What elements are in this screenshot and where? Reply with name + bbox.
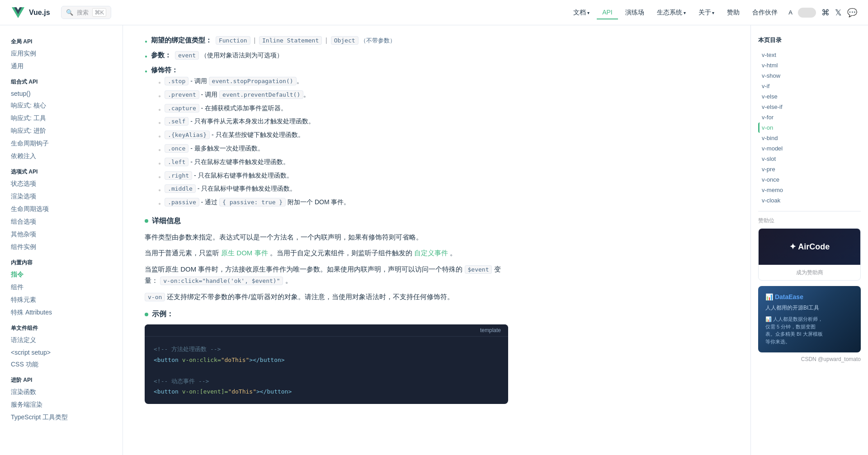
theme-toggle[interactable] <box>798 8 816 18</box>
sidebar-item-render-functions[interactable]: 渲染函数 <box>0 386 123 399</box>
sidebar-item-special-attributes[interactable]: 特殊 Attributes <box>0 306 123 319</box>
v-on-content: ● 期望的绑定值类型： Function | Inline Statement … <box>145 25 508 422</box>
code-line-4: <!-- 动态事件 --> <box>154 376 499 386</box>
sidebar-item-dependency-injection[interactable]: 依赖注入 <box>0 150 123 163</box>
sidebar-item-app-instance[interactable]: 应用实例 <box>0 47 123 60</box>
nav-about[interactable]: 关于 <box>693 6 720 19</box>
toc-item-v-text[interactable]: v-text <box>758 50 861 60</box>
toc-item-v-on[interactable]: v-on <box>758 122 861 133</box>
detail-title: 详细信息 <box>145 216 508 226</box>
modifiers-content: 修饰符： ● .stop - 调用 event.stopPropagation(… <box>151 66 350 209</box>
modifier-stop-desc: - 调用 event.stopPropagation()。 <box>190 77 302 84</box>
params-row: ● 参数： event （使用对象语法则为可选项） <box>145 51 508 60</box>
modifier-self-code: .self <box>165 117 189 126</box>
logo-link[interactable]: Vue.js <box>11 6 50 19</box>
toc-item-v-else-if[interactable]: v-else-if <box>758 102 861 112</box>
toc-item-v-memo[interactable]: v-memo <box>758 185 861 195</box>
nav-sponsor[interactable]: 赞助 <box>722 6 745 19</box>
toc-item-v-bind[interactable]: v-bind <box>758 133 861 143</box>
sidebar-item-misc-options[interactable]: 其他杂项 <box>0 228 123 241</box>
sidebar-section-title-composition: 组合式 API <box>0 73 123 88</box>
detail-p3-code-event: $event <box>465 265 492 274</box>
toc-item-v-else[interactable]: v-else <box>758 91 861 102</box>
toc-item-v-if[interactable]: v-if <box>758 81 861 91</box>
nav-api[interactable]: API <box>597 6 618 19</box>
sidebar-section-title-builtins: 内置内容 <box>0 253 123 268</box>
sidebar-item-components[interactable]: 组件 <box>0 281 123 294</box>
toc-item-v-slot[interactable]: v-slot <box>758 154 861 164</box>
layout: 全局 API 应用实例 通用 组合式 API setup() 响应式: 核心 响… <box>0 0 868 455</box>
modifier-prevent-desc: - 调用 event.preventDefault()。 <box>201 91 310 98</box>
discord-icon[interactable]: 💬 <box>847 8 857 18</box>
modifier-keyalias-desc: - 只在某些按键下触发处理函数。 <box>212 131 304 138</box>
code-line-5: <button v-on:[event]="doThis"></button> <box>154 386 499 397</box>
sidebar-item-setup[interactable]: setup() <box>0 88 123 99</box>
github-icon[interactable]: ⌘ <box>821 8 830 18</box>
sep2: | <box>326 37 329 44</box>
sidebar-item-ssr[interactable]: 服务端渲染 <box>0 399 123 411</box>
binding-inline: Inline Statement <box>259 36 322 45</box>
toc-item-v-html[interactable]: v-html <box>758 60 861 70</box>
modifier-prevent-code: .prevent <box>165 90 199 99</box>
modifier-right-code: .right <box>165 171 192 180</box>
search-placeholder: 搜索 <box>77 9 89 17</box>
toc-item-v-pre[interactable]: v-pre <box>758 164 861 174</box>
become-sponsor-btn[interactable]: 成为赞助商 <box>759 265 860 280</box>
toc-item-v-once[interactable]: v-once <box>758 174 861 185</box>
toc-item-v-show[interactable]: v-show <box>758 70 861 81</box>
code-block-lang: template <box>480 327 501 333</box>
sidebar-item-general[interactable]: 通用 <box>0 60 123 73</box>
twitter-icon[interactable]: 𝕏 <box>835 8 842 18</box>
example-title-text: 示例： <box>152 310 174 319</box>
sidebar-item-script-setup[interactable]: <script setup> <box>0 347 123 358</box>
sidebar-item-special-elements[interactable]: 特殊元素 <box>0 294 123 306</box>
nav-docs[interactable]: 文档 <box>568 6 595 19</box>
detail-p4-text: 还支持绑定不带参数的事件/监听器对的对象。请注意，当使用对象语法时，不支持任何修… <box>167 293 453 300</box>
modifier-self-desc: - 只有事件从元素本身发出才触发处理函数。 <box>190 117 315 125</box>
sidebar-item-render-options[interactable]: 渲染选项 <box>0 190 123 203</box>
sidebar-item-typescript-utils[interactable]: TypeScript 工具类型 <box>0 411 123 424</box>
toc-item-v-cloak[interactable]: v-cloak <box>758 195 861 206</box>
detail-p2-prefix: 当用于普通元素，只监听 <box>145 249 219 257</box>
sidebar-item-directives[interactable]: 指令 <box>0 268 123 281</box>
modifier-middle-code: .middle <box>165 184 196 193</box>
sidebar-item-state-options[interactable]: 状态选项 <box>0 178 123 190</box>
toc-item-v-model[interactable]: v-model <box>758 143 861 154</box>
nav-ecosystem[interactable]: 生态系统 <box>651 6 691 19</box>
params-event-code: event <box>175 51 199 60</box>
toc-item-v-for[interactable]: v-for <box>758 112 861 122</box>
code-comment-1: <!-- 方法处理函数 --> <box>154 346 221 352</box>
sidebar-item-reactivity-advanced[interactable]: 响应式: 进阶 <box>0 125 123 137</box>
sidebar-item-lifecycle-options[interactable]: 生命周期选项 <box>0 203 123 216</box>
detail-p4: v-on 还支持绑定不带参数的事件/监听器对的对象。请注意，当使用对象语法时，不… <box>145 291 508 303</box>
sidebar-item-component-instance[interactable]: 组件实例 <box>0 241 123 253</box>
detail-p2-link-native-dom[interactable]: 原生 DOM 事件 <box>221 249 268 257</box>
example-section: 示例： template <!-- 方法处理函数 --> <button v-o… <box>145 310 508 404</box>
sidebar-item-css-features[interactable]: CSS 功能 <box>0 358 123 371</box>
dataease-banner[interactable]: 📊 DataEase 人人都用的开源BI工具 📊 人人都是数据分析师， 仅需 5… <box>758 286 861 352</box>
nav-playground[interactable]: 演练场 <box>620 6 650 19</box>
sidebar-item-syntax[interactable]: 语法定义 <box>0 334 123 347</box>
lang-button[interactable]: A <box>788 9 793 16</box>
sidebar-item-composition-options[interactable]: 组合选项 <box>0 216 123 228</box>
sidebar-section-sfc: 单文件组件 语法定义 <script setup> CSS 功能 <box>0 319 123 371</box>
dataease-tagline: 人人都用的开源BI工具 <box>765 304 854 312</box>
sidebar-item-reactivity-core[interactable]: 响应式: 核心 <box>0 99 123 112</box>
aircode-banner: ✦ AirCode <box>759 229 860 265</box>
sidebar-item-reactivity-utils[interactable]: 响应式: 工具 <box>0 112 123 125</box>
csdn-credit: CSDN @upward_tomato <box>758 356 861 362</box>
sidebar-item-lifecycle-hooks[interactable]: 生命周期钩子 <box>0 137 123 150</box>
modifier-right: ● .right - 只在鼠标右键事件触发处理函数。 <box>158 169 350 183</box>
modifier-middle-desc: - 只在鼠标中键事件触发处理函数。 <box>198 185 297 192</box>
nav-partner[interactable]: 合作伙伴 <box>747 6 783 19</box>
search-icon: 🔍 <box>66 9 73 16</box>
detail-p2-link-custom-event[interactable]: 自定义事件 <box>414 249 448 257</box>
search-shortcut: ⌘K <box>92 8 107 17</box>
binding-type-box: Function | Inline Statement | Object （不带… <box>216 37 396 44</box>
modifier-once: ● .once - 最多触发一次处理函数。 <box>158 142 350 155</box>
modifier-capture-desc: - 在捕获模式添加事件监听器。 <box>201 104 288 112</box>
modifiers-label: 修饰符： <box>151 66 178 74</box>
search-bar[interactable]: 🔍 搜索 ⌘K <box>61 6 112 19</box>
params-label: 参数： <box>151 51 171 59</box>
modifier-passive-code: .passive <box>165 198 199 206</box>
